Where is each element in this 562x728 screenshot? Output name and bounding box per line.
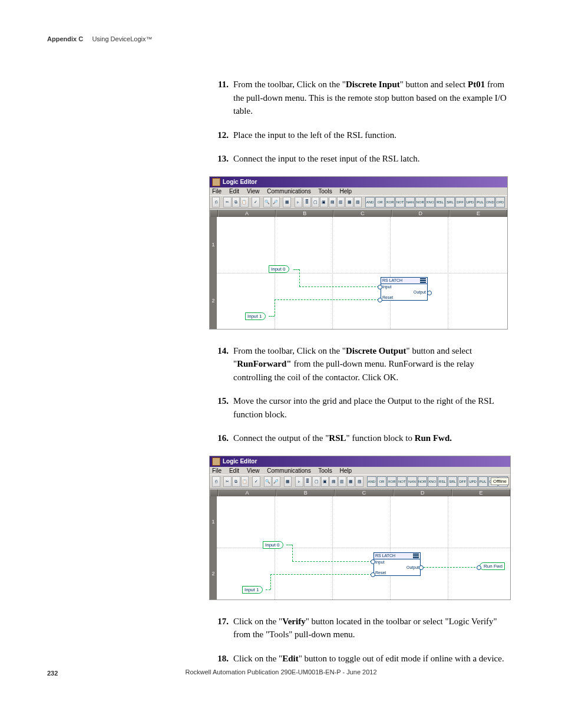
step-text: Click on the "Verify" button located in … <box>233 615 515 641</box>
app-icon <box>212 178 220 186</box>
logic-canvas[interactable]: 1 2 Input 0 Input 1 RS LATCH Input Outpu… <box>210 496 510 599</box>
content-area: 11. From the toolbar, Click on the "Disc… <box>212 78 515 665</box>
step-number: 14. <box>212 344 229 384</box>
logic-pul[interactable]: PUL <box>475 197 485 207</box>
logic-or[interactable]: OR <box>377 476 386 487</box>
logic-srl[interactable]: SRL <box>448 476 457 487</box>
menu-icon[interactable] <box>420 278 426 283</box>
rsl-block[interactable]: RS LATCH Input Output Reset <box>381 277 428 301</box>
menu-view[interactable]: View <box>247 467 260 474</box>
logic-not[interactable]: NOT <box>395 197 405 207</box>
input-0-block[interactable]: Input 0 <box>263 541 283 549</box>
logic-nor[interactable]: NOR <box>415 197 425 207</box>
logic-ofd[interactable]: OFD <box>495 197 505 207</box>
logic-upd[interactable]: UPD <box>465 197 475 207</box>
menu-edit[interactable]: Edit <box>229 467 239 474</box>
out5-icon[interactable]: ▦ <box>345 197 353 207</box>
menu-file[interactable]: File <box>212 188 222 195</box>
menu-tools[interactable]: Tools <box>318 188 332 195</box>
out2-icon[interactable]: ▣ <box>320 197 328 207</box>
logic-upd[interactable]: UPD <box>468 476 477 487</box>
step-11: 11. From the toolbar, Click on the "Disc… <box>212 78 515 118</box>
zoom-out-icon[interactable]: 🔎 <box>272 197 279 207</box>
window-titlebar: Logic Editor <box>210 177 507 187</box>
publication-info: Rockwell Automation Publication 290E-UM0… <box>47 668 515 676</box>
out2-icon[interactable]: ▣ <box>321 476 329 487</box>
paste-icon[interactable]: 📋 <box>240 197 248 207</box>
logic-xno[interactable]: XNO <box>428 476 437 487</box>
out4-icon[interactable]: ▥ <box>337 197 345 207</box>
step-number: 13. <box>212 152 229 166</box>
logic-xno[interactable]: XNO <box>425 197 435 207</box>
menu-help[interactable]: Help <box>339 188 352 195</box>
input-1-block[interactable]: Input 1 <box>242 586 263 594</box>
list-icon[interactable]: ≣ <box>304 476 312 487</box>
step-number: 11. <box>212 78 229 118</box>
zoom-out-icon[interactable]: 🔎 <box>272 476 280 487</box>
zoom-in-icon[interactable]: 🔍 <box>263 197 271 207</box>
copy-icon[interactable]: ⧉ <box>232 476 240 487</box>
run-fwd-block[interactable]: Run Fwd <box>480 562 505 570</box>
out6-icon[interactable]: ▧ <box>354 197 362 207</box>
print-icon[interactable]: ⎙ <box>212 197 220 207</box>
print-icon[interactable]: ⎙ <box>212 476 220 487</box>
page-header: Appendix C Using DeviceLogix™ <box>47 35 515 42</box>
verify-icon[interactable]: ✓ <box>252 476 260 487</box>
logic-rsl[interactable]: RSL <box>435 197 445 207</box>
out3-icon[interactable]: ▤ <box>329 197 336 207</box>
rsl-block[interactable]: RS LATCH Input Output Reset <box>373 552 421 576</box>
logic-canvas[interactable]: 1 2 Input 0 Input 1 RS LATCH Input Outpu… <box>210 217 507 329</box>
menu-view[interactable]: View <box>247 188 260 195</box>
menu-file[interactable]: File <box>212 467 222 474</box>
grid-icon[interactable]: ▦ <box>283 197 290 207</box>
col-c: C <box>335 489 393 496</box>
menu-icon[interactable] <box>413 554 419 558</box>
discrete-input-icon[interactable]: ▹ <box>295 476 303 487</box>
out3-icon[interactable]: ▤ <box>329 476 338 487</box>
out4-icon[interactable]: ▥ <box>338 476 346 487</box>
input-0-block[interactable]: Input 0 <box>269 265 289 273</box>
logic-not[interactable]: NOT <box>397 476 406 487</box>
cut-icon[interactable]: ✂ <box>223 197 231 207</box>
logic-nan[interactable]: NAN <box>405 197 415 207</box>
logic-rsl[interactable]: RSL <box>438 476 447 487</box>
zoom-in-icon[interactable]: 🔍 <box>264 476 272 487</box>
row-1: 1 <box>210 496 217 548</box>
window-title: Logic Editor <box>223 179 257 185</box>
menubar: File Edit View Communications Tools Help <box>210 187 507 195</box>
out1-icon[interactable]: ▢ <box>312 476 320 487</box>
menu-communications[interactable]: Communications <box>267 188 310 195</box>
list-icon[interactable]: ≣ <box>303 197 310 207</box>
logic-pul[interactable]: PUL <box>478 476 488 487</box>
verify-icon[interactable]: ✓ <box>252 197 259 207</box>
out6-icon[interactable]: ▧ <box>355 476 363 487</box>
logic-dff[interactable]: DFF <box>458 476 467 487</box>
input-1-block[interactable]: Input 1 <box>245 312 266 320</box>
logic-ond[interactable]: OND <box>485 197 495 207</box>
logic-and[interactable]: AND <box>367 476 376 487</box>
menu-edit[interactable]: Edit <box>229 188 239 195</box>
step-12: 12. Place the input to the left of the R… <box>212 129 515 142</box>
logic-xor[interactable]: XOR <box>385 197 395 207</box>
menu-tools[interactable]: Tools <box>318 467 332 474</box>
logic-and[interactable]: AND <box>365 197 375 207</box>
out1-icon[interactable]: ▢ <box>312 197 319 207</box>
logic-or[interactable]: OR <box>375 197 385 207</box>
col-c: C <box>333 210 391 217</box>
copy-icon[interactable]: ⧉ <box>232 197 240 207</box>
logic-nan[interactable]: NAN <box>407 476 416 487</box>
logic-xor[interactable]: XOR <box>387 476 396 487</box>
paste-icon[interactable]: 📋 <box>241 476 249 487</box>
step-16: 16. Connect the output of the "RSL" func… <box>212 431 515 445</box>
cut-icon[interactable]: ✂ <box>223 476 232 487</box>
logic-nor[interactable]: NOR <box>418 476 427 487</box>
page-footer: 232 Rockwell Automation Publication 290E… <box>47 670 515 676</box>
menu-help[interactable]: Help <box>339 467 352 474</box>
discrete-input-icon[interactable]: ▹ <box>295 197 302 207</box>
menu-communications[interactable]: Communications <box>267 467 310 474</box>
out5-icon[interactable]: ▦ <box>347 476 355 487</box>
logic-dff[interactable]: DFF <box>455 197 465 207</box>
grid-icon[interactable]: ▦ <box>284 476 292 487</box>
step-text: Connect the input to the reset input of … <box>233 152 515 166</box>
logic-srl[interactable]: SRL <box>445 197 455 207</box>
